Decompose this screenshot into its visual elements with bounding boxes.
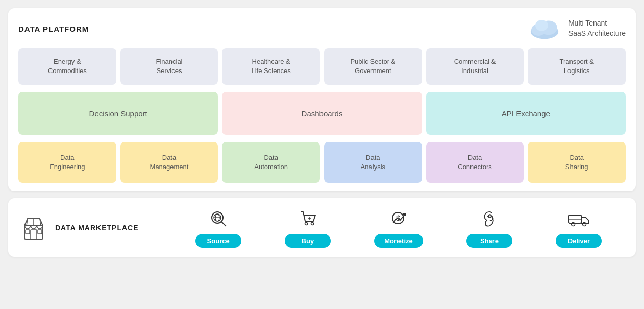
module-data-management[interactable]: DataManagement: [120, 142, 218, 183]
module-data-connectors[interactable]: DataConnectors: [426, 142, 524, 183]
dashboards-card[interactable]: Dashboards: [222, 92, 422, 135]
svg-point-14: [311, 223, 313, 225]
module-data-sharing[interactable]: DataSharing: [528, 142, 626, 183]
industry-card-healthcare[interactable]: Healthcare &Life Sciences: [222, 48, 320, 85]
middle-row: Decision Support Dashboards API Exchange: [18, 92, 626, 135]
marketplace-section: DATA MARKETPLACE Source: [8, 198, 636, 257]
module-data-engineering[interactable]: DataEngineering: [18, 142, 116, 183]
module-data-analysis[interactable]: DataAnalysis: [324, 142, 422, 183]
marketplace-item-buy: Buy: [285, 207, 331, 248]
module-data-automation[interactable]: DataAutomation: [222, 142, 320, 183]
platform-title: DATA PLATFORM: [18, 25, 89, 33]
industry-card-energy[interactable]: Energy &Commodities: [18, 48, 116, 85]
modules-row: DataEngineering DataManagement DataAutom…: [18, 142, 626, 183]
marketplace-item-monetize: $ Monetize: [374, 207, 423, 248]
svg-point-13: [305, 223, 307, 225]
monetize-icon: $: [389, 207, 408, 230]
source-icon: [209, 207, 228, 230]
cloud-label: Multi Tenant SaaS Architecture: [568, 18, 626, 38]
marketplace-item-share: Share: [466, 207, 512, 248]
svg-point-3: [535, 20, 548, 31]
svg-rect-6: [26, 230, 30, 234]
svg-rect-7: [38, 230, 42, 234]
marketplace-item-source: Source: [195, 207, 241, 248]
deliver-button[interactable]: Deliver: [556, 234, 602, 248]
store-icon: [20, 215, 47, 241]
decision-support-card[interactable]: Decision Support: [18, 92, 218, 135]
industry-row: Energy &Commodities FinancialServices He…: [18, 48, 626, 85]
share-icon: [480, 207, 499, 230]
buy-button[interactable]: Buy: [285, 234, 331, 248]
marketplace-item-deliver: Deliver: [556, 207, 602, 248]
deliver-icon: [568, 207, 589, 230]
industry-card-financial[interactable]: FinancialServices: [120, 48, 218, 85]
cloud-icon: [527, 16, 562, 41]
svg-line-9: [221, 222, 226, 226]
svg-rect-4: [24, 226, 43, 239]
api-exchange-card[interactable]: API Exchange: [426, 92, 626, 135]
svg-rect-5: [31, 230, 37, 239]
main-container: DATA PLATFORM Multi Tenant SaaS Architec…: [0, 0, 644, 309]
share-button[interactable]: Share: [466, 234, 512, 248]
marketplace-left: DATA MARKETPLACE: [20, 215, 163, 241]
marketplace-items: Source Buy: [163, 207, 624, 248]
header-row: DATA PLATFORM Multi Tenant SaaS Architec…: [18, 16, 626, 41]
marketplace-title: DATA MARKETPLACE: [55, 224, 139, 232]
industry-card-public-sector[interactable]: Public Sector &Government: [324, 48, 422, 85]
industry-card-transport[interactable]: Transport &Logistics: [528, 48, 626, 85]
buy-icon: [298, 207, 317, 230]
top-section: DATA PLATFORM Multi Tenant SaaS Architec…: [8, 8, 636, 191]
source-button[interactable]: Source: [195, 234, 241, 248]
industry-card-commercial[interactable]: Commercial &Industrial: [426, 48, 524, 85]
monetize-button[interactable]: Monetize: [374, 234, 423, 248]
cloud-section: Multi Tenant SaaS Architecture: [527, 16, 626, 41]
